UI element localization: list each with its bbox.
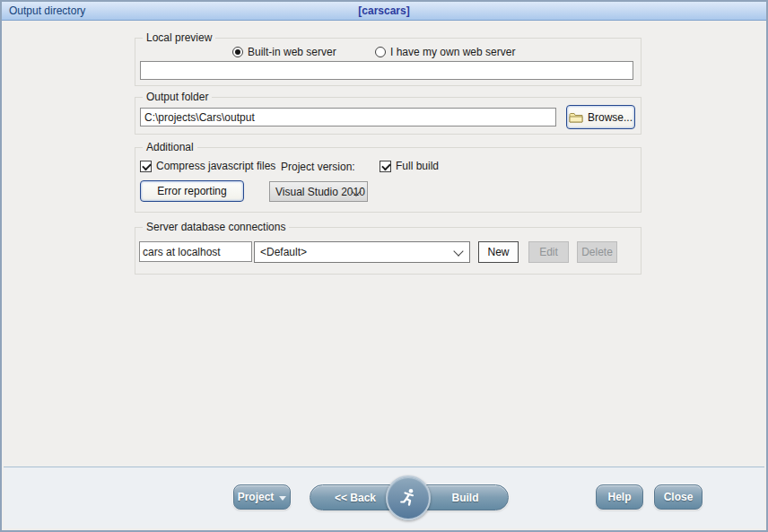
project-name-title: [carscars]: [2, 4, 766, 17]
edit-button[interactable]: Edit: [528, 241, 569, 263]
project-menu-button[interactable]: Project: [233, 484, 291, 510]
titlebar: Output directory [carscars]: [2, 2, 766, 21]
output-folder-group: Output folder Browse...: [135, 97, 641, 135]
radio-unselected-icon: [375, 47, 386, 57]
db-profile-value: <Default>: [260, 246, 307, 258]
folder-icon: [569, 111, 583, 123]
project-version-select[interactable]: Visual Studio 2010: [269, 181, 368, 202]
radio-own-label: I have my own web server: [390, 46, 515, 58]
additional-label: Additional: [143, 141, 197, 153]
full-build-checkbox[interactable]: Full build: [380, 160, 439, 172]
project-menu-label: Project: [238, 491, 275, 503]
help-button[interactable]: Help: [596, 484, 643, 510]
new-button-label: New: [487, 246, 509, 258]
radio-builtin-web-server[interactable]: Built-in web server: [232, 46, 336, 58]
browse-button-label: Browse...: [588, 111, 633, 124]
new-button[interactable]: New: [478, 241, 519, 263]
error-reporting-button[interactable]: Error reporting: [140, 180, 244, 202]
run-icon: [397, 487, 419, 509]
chevron-down-icon: [279, 496, 286, 501]
output-directory-dialog: Output directory [carscars] Local previe…: [0, 0, 768, 532]
close-button[interactable]: Close: [654, 484, 703, 510]
output-folder-input[interactable]: [140, 108, 556, 126]
build-button[interactable]: Build: [423, 485, 508, 510]
build-run-button[interactable]: [386, 475, 431, 520]
preview-url-input[interactable]: [140, 61, 633, 80]
edit-button-label: Edit: [539, 246, 558, 258]
close-button-label: Close: [664, 491, 694, 503]
radio-selected-icon: [232, 47, 243, 57]
db-connection-item: cars at localhost: [143, 246, 221, 258]
help-button-label: Help: [607, 491, 631, 503]
server-db-label: Server database connections: [143, 221, 289, 233]
checkbox-checked-icon: [140, 161, 152, 172]
full-build-label: Full build: [396, 160, 439, 172]
local-preview-label: Local preview: [143, 31, 215, 44]
server-db-group: Server database connections cars at loca…: [135, 227, 641, 275]
checkbox-checked-icon: [380, 161, 391, 172]
radio-builtin-label: Built-in web server: [248, 46, 336, 58]
db-connections-list[interactable]: cars at localhost: [139, 241, 252, 262]
radio-own-web-server[interactable]: I have my own web server: [375, 46, 515, 58]
chevron-down-icon: [453, 246, 463, 256]
project-version-label: Project version:: [281, 161, 355, 173]
delete-button[interactable]: Delete: [577, 241, 617, 263]
browse-button[interactable]: Browse...: [566, 105, 635, 129]
back-build-pill: << Back Build: [310, 484, 509, 510]
db-profile-select[interactable]: <Default>: [254, 241, 470, 263]
compress-js-label: Compress javascript files: [156, 160, 275, 172]
error-reporting-label: Error reporting: [157, 185, 226, 197]
additional-group: Additional Compress javascript files Pro…: [135, 147, 641, 213]
local-preview-group: Local preview Built-in web server I have…: [135, 38, 641, 86]
output-folder-label: Output folder: [143, 91, 212, 103]
delete-button-label: Delete: [581, 246, 613, 258]
compress-js-checkbox[interactable]: Compress javascript files: [140, 160, 275, 172]
